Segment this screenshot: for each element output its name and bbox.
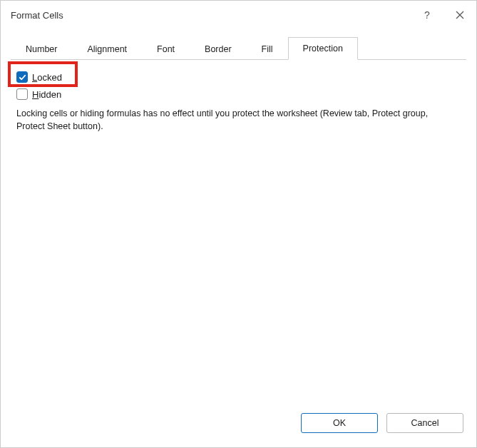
format-cells-dialog: Format Cells ? Number Alignment Font Bor… [0,0,477,448]
tab-content-protection: Locked Hidden Locking cells or hiding fo… [1,60,476,413]
tab-number[interactable]: Number [11,38,72,60]
tab-strip: Number Alignment Font Border Fill Protec… [11,36,466,60]
close-button[interactable] [443,1,476,29]
ok-button[interactable]: OK [301,413,378,433]
hidden-checkbox[interactable] [16,88,28,100]
close-icon [456,11,464,19]
tab-fill[interactable]: Fill [247,38,288,60]
help-button[interactable]: ? [411,1,443,29]
titlebar: Format Cells ? [1,1,476,29]
cancel-button[interactable]: Cancel [386,413,463,433]
protection-description: Locking cells or hiding formulas has no … [16,107,458,133]
tab-alignment[interactable]: Alignment [72,38,142,60]
locked-checkbox[interactable] [16,71,28,83]
dialog-footer: OK Cancel [1,413,476,447]
tab-protection[interactable]: Protection [288,37,358,60]
tab-border[interactable]: Border [190,38,247,60]
checkmark-icon [19,73,26,81]
hidden-label: Hidden [32,89,61,100]
locked-checkbox-row[interactable]: Locked [16,71,461,83]
tab-font[interactable]: Font [142,38,190,60]
dialog-title: Format Cells [11,10,411,21]
hidden-checkbox-row[interactable]: Hidden [16,88,461,100]
locked-label: Locked [32,72,62,83]
help-icon: ? [424,9,430,21]
